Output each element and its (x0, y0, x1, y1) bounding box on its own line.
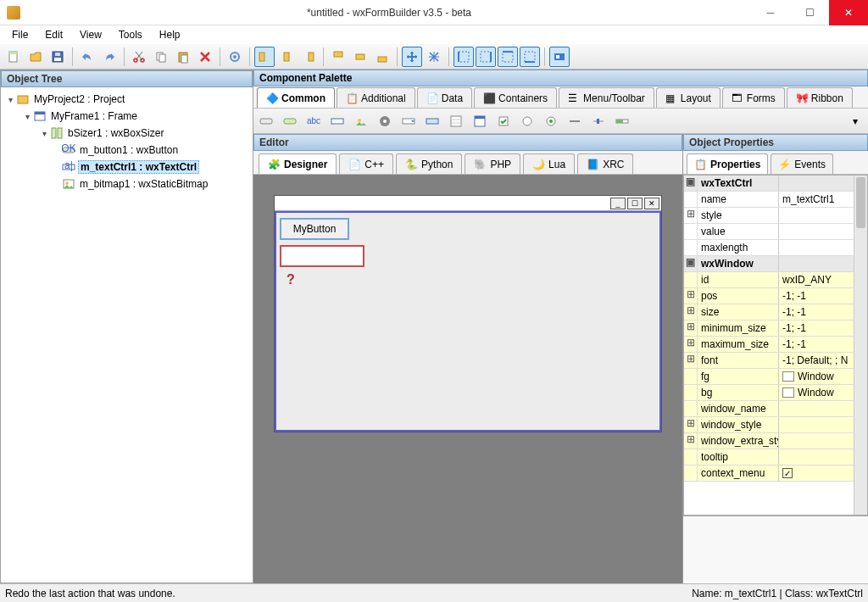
editor-tab-python[interactable]: 🐍Python (396, 153, 462, 174)
props-tab-properties[interactable]: 📋Properties (687, 153, 768, 174)
designer-button[interactable]: MyButton (280, 218, 349, 240)
tree-item-textctrl[interactable]: a| m_textCtrl1 : wxTextCtrl (3, 159, 251, 176)
frame-close-icon[interactable]: ✕ (644, 198, 659, 209)
palette-tab-data[interactable]: 📄Data (417, 87, 472, 108)
prop-row-window-style[interactable]: ⊞window_style (684, 417, 854, 433)
redo-icon[interactable] (99, 47, 120, 67)
designer-textctrl[interactable] (280, 245, 364, 267)
comp-line-icon[interactable] (565, 112, 584, 131)
frame-max-icon[interactable]: ☐ (627, 198, 643, 209)
comp-radio-off-icon[interactable] (518, 112, 537, 131)
tree-item-bitmap[interactable]: m_bitmap1 : wxStaticBitmap (3, 176, 251, 192)
comp-textctrl-icon[interactable] (328, 112, 347, 131)
undo-icon[interactable] (77, 47, 97, 67)
editor-tab-lua[interactable]: 🌙Lua (523, 153, 575, 174)
prop-row-maxlength[interactable]: maxlength (684, 240, 854, 256)
palette-tab-ribbon[interactable]: 🎀Ribbon (787, 87, 853, 108)
comp-choice-icon[interactable] (423, 112, 442, 131)
prop-row-name[interactable]: namem_textCtrl1 (684, 192, 854, 208)
comp-radio-on-icon[interactable] (542, 112, 560, 131)
scrollbar-thumb[interactable] (856, 177, 865, 228)
comp-bitmap-icon[interactable] (352, 112, 370, 131)
props-tab-events[interactable]: ⚡Events (771, 153, 833, 174)
prop-row-tooltip[interactable]: tooltip (684, 449, 854, 465)
toggle-option-icon[interactable] (549, 47, 570, 67)
object-tree[interactable]: ▾ MyProject2 : Project ▾ MyFrame1 : Fram… (1, 87, 253, 196)
comp-listctrl-icon[interactable] (470, 112, 489, 131)
palette-tab-containers[interactable]: ⬛Containers (474, 87, 557, 108)
comp-combo-icon[interactable] (399, 112, 418, 131)
prop-row-style[interactable]: ⊞style (684, 208, 854, 224)
prop-row-value[interactable]: value (684, 224, 854, 240)
maximize-button[interactable]: ☐ (790, 0, 829, 25)
border-top-icon[interactable] (498, 47, 518, 67)
prop-row-minimum-size[interactable]: ⊞minimum_size-1; -1 (684, 321, 854, 337)
delete-icon[interactable] (195, 47, 215, 67)
comp-bitmap-button-icon[interactable] (281, 112, 299, 131)
open-file-icon[interactable] (25, 47, 46, 67)
align-left-icon[interactable] (254, 47, 275, 67)
editor-tab-php[interactable]: 🐘PHP (465, 153, 520, 174)
menu-edit[interactable]: Edit (36, 27, 71, 42)
copy-icon[interactable] (151, 47, 171, 67)
cut-icon[interactable] (129, 47, 149, 67)
prop-row-fg[interactable]: fgWindow (684, 369, 854, 385)
palette-tab-common[interactable]: 🔷Common (257, 87, 335, 108)
close-button[interactable]: ✕ (829, 0, 868, 25)
comp-gauge-icon[interactable] (613, 112, 632, 131)
border-left-icon[interactable] (453, 47, 474, 67)
save-file-icon[interactable] (47, 47, 68, 67)
paste-icon[interactable] (173, 47, 193, 67)
prop-row-maximum-size[interactable]: ⊞maximum_size-1; -1 (684, 337, 854, 353)
comp-listbox-icon[interactable] (447, 112, 465, 131)
palette-more-icon[interactable]: ▾ (846, 112, 865, 131)
align-top-icon[interactable] (328, 47, 348, 67)
settings-icon[interactable] (225, 47, 245, 67)
editor-tab-cpp[interactable]: 📄C++ (339, 153, 393, 174)
palette-tab-layout[interactable]: ▦Layout (656, 87, 721, 108)
comp-static-text-icon[interactable]: abc (304, 112, 323, 131)
align-center-v-icon[interactable] (350, 47, 370, 67)
border-right-icon[interactable] (476, 47, 496, 67)
prop-row-context-menu[interactable]: context_menu✓ (684, 465, 854, 482)
comp-button-icon[interactable] (257, 112, 275, 131)
menu-file[interactable]: File (3, 27, 36, 42)
property-grid[interactable]: ▣wxTextCtrl namem_textCtrl1 ⊞style value… (683, 175, 868, 516)
prop-row-bg[interactable]: bgWindow (684, 385, 854, 401)
designer-canvas[interactable]: _ ☐ ✕ MyButton ? (253, 175, 682, 583)
prop-row-window-extra-style[interactable]: ⊞window_extra_style (684, 433, 854, 449)
tree-item-sizer[interactable]: ▾ bSizer1 : wxBoxSizer (3, 125, 251, 142)
scrollbar[interactable] (854, 176, 867, 515)
align-center-h-icon[interactable] (276, 47, 297, 67)
designer-bitmap-placeholder-icon[interactable]: ? (287, 272, 659, 287)
comp-slider-icon[interactable] (589, 112, 608, 131)
comp-checkbox-icon[interactable] (494, 112, 513, 131)
tree-item-project[interactable]: ▾ MyProject2 : Project (3, 91, 251, 108)
minimize-button[interactable]: ─ (751, 0, 790, 25)
new-file-icon[interactable] (3, 47, 24, 67)
frame-min-icon[interactable]: _ (610, 198, 626, 209)
tree-item-button[interactable]: OK m_button1 : wxButton (3, 142, 251, 159)
designer-frame[interactable]: _ ☐ ✕ MyButton ? (274, 195, 662, 432)
checkbox-icon[interactable]: ✓ (782, 468, 793, 478)
menu-tools[interactable]: Tools (110, 27, 151, 42)
tree-item-frame[interactable]: ▾ MyFrame1 : Frame (3, 108, 251, 125)
menu-help[interactable]: Help (151, 27, 189, 42)
border-bottom-icon[interactable] (520, 47, 540, 67)
palette-tab-forms[interactable]: 🗔Forms (722, 87, 785, 108)
prop-row-id[interactable]: idwxID_ANY (684, 272, 854, 288)
prop-row-window-name[interactable]: window_name (684, 401, 854, 417)
prop-row-pos[interactable]: ⊞pos-1; -1 (684, 288, 854, 304)
prop-row-size[interactable]: ⊞size-1; -1 (684, 304, 854, 321)
menu-view[interactable]: View (71, 27, 110, 42)
palette-tab-additional[interactable]: 📋Additional (337, 87, 415, 108)
prop-row-font[interactable]: ⊞font-1; Default; ; N (684, 353, 854, 369)
comp-animation-icon[interactable] (376, 112, 394, 131)
align-right-icon[interactable] (298, 47, 319, 67)
palette-tab-menutoolbar[interactable]: ☰Menu/Toolbar (559, 87, 654, 108)
editor-tab-designer[interactable]: 🧩Designer (259, 153, 337, 174)
stretch-icon[interactable] (424, 47, 444, 67)
designer-frame-body[interactable]: MyButton ? (275, 211, 661, 432)
editor-tab-xrc[interactable]: 📘XRC (577, 153, 633, 174)
expand-icon[interactable] (402, 47, 422, 67)
